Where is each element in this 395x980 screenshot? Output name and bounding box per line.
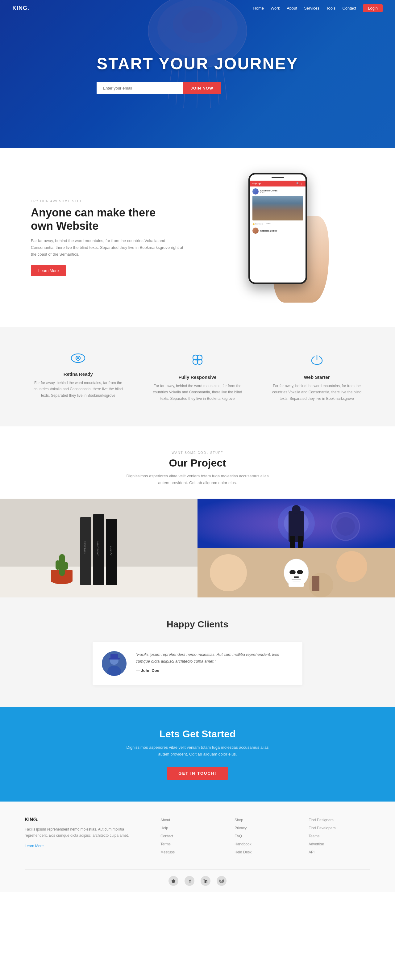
project-section: WANT SOME COOL STUFF Our Project Digniss… bbox=[0, 426, 395, 597]
phone-avatar bbox=[252, 188, 259, 194]
cta-button[interactable]: GET IN TOUCH! bbox=[167, 767, 227, 780]
phone-profile-area: Alexander Jones ● ● ● 👍 Comment bbox=[250, 186, 306, 235]
footer-find-developers-link[interactable]: Find Developers bbox=[309, 826, 335, 830]
linkedin-icon[interactable] bbox=[201, 876, 211, 886]
feature-title: Anyone can make there own Website bbox=[31, 206, 188, 232]
footer-handbook-link[interactable]: Handbook bbox=[235, 842, 252, 846]
svg-rect-28 bbox=[298, 536, 303, 548]
hero-email-input[interactable] bbox=[97, 82, 183, 94]
command-icon bbox=[150, 352, 245, 370]
phone-city-image bbox=[252, 196, 303, 220]
footer-learn-more-link[interactable]: Learn More bbox=[25, 844, 43, 848]
phone-second-profile: Gabriella Becker bbox=[252, 228, 303, 234]
footer-teams-link[interactable]: Teams bbox=[309, 834, 319, 838]
project-title: Our Project bbox=[0, 457, 395, 469]
testimonial-avatar bbox=[102, 651, 127, 676]
feature-text: TRY OUR AWESOME STUFF Anyone can make th… bbox=[31, 199, 188, 276]
svg-point-30 bbox=[336, 517, 355, 536]
feature-starter: Web Starter Far far away, behind the wor… bbox=[263, 346, 370, 408]
svg-point-51 bbox=[221, 880, 222, 882]
phone-screen: MyApp 🔍 ⋮ Alexander Jones ● ● ● bbox=[250, 175, 306, 283]
nav-about[interactable]: About bbox=[287, 6, 297, 11]
footer-col-3: Find Designers Find Developers Teams Adv… bbox=[309, 817, 370, 857]
phone-avatar-2 bbox=[252, 228, 259, 234]
footer-col-3-list: Find Designers Find Developers Teams Adv… bbox=[309, 817, 370, 854]
footer-faq-link[interactable]: FAQ bbox=[235, 834, 242, 838]
twitter-icon[interactable] bbox=[168, 876, 178, 886]
hero-form: JOIN NOW bbox=[97, 82, 298, 94]
cta-title: Lets Get Started bbox=[12, 729, 383, 740]
nav-work[interactable]: Work bbox=[271, 6, 280, 11]
phone-username-2: Gabriella Becker bbox=[260, 230, 277, 232]
footer-col-2-list: Shop Privacy FAQ Handbook Held Desk bbox=[235, 817, 296, 854]
phone-reactions: 👍 Comment Share bbox=[252, 222, 303, 226]
project-right-images bbox=[198, 499, 395, 597]
clients-section: Happy Clients "Facilis ipsum reprehender… bbox=[0, 597, 395, 707]
power-icon bbox=[270, 352, 364, 370]
feature-retina: Retina Ready Far far away, behind the wo… bbox=[25, 346, 132, 408]
footer-contact-link[interactable]: Contact bbox=[160, 834, 173, 838]
feature-tag: TRY OUR AWESOME STUFF bbox=[31, 199, 188, 203]
phone-device: MyApp 🔍 ⋮ Alexander Jones ● ● ● bbox=[248, 173, 307, 284]
cta-section: Lets Get Started Dignissimos asperiores … bbox=[0, 707, 395, 801]
nav-home[interactable]: Home bbox=[253, 6, 264, 11]
facebook-icon[interactable] bbox=[184, 876, 194, 886]
hero-title: START YOUR JOURNEY bbox=[97, 54, 298, 73]
footer-col-1: About Help Contact Terms Meetups bbox=[160, 817, 222, 857]
svg-point-49 bbox=[204, 879, 205, 880]
learn-more-button[interactable]: Learn More bbox=[31, 265, 66, 276]
footer-help-link[interactable]: Help bbox=[160, 826, 168, 830]
footer-terms-link[interactable]: Terms bbox=[160, 842, 171, 846]
testimonial-card: "Facilis ipsum reprehenderit nemo molest… bbox=[93, 642, 302, 685]
svg-text:JQUERY: JQUERY bbox=[109, 546, 112, 556]
cta-description: Dignissimos asperiores vitae velit venia… bbox=[121, 744, 274, 758]
responsive-title: Fully Responsive bbox=[150, 374, 245, 380]
footer-advertise-link[interactable]: Advertise bbox=[309, 842, 324, 846]
footer-about-link[interactable]: About bbox=[160, 818, 170, 822]
svg-rect-41 bbox=[293, 581, 300, 581]
nav-tools[interactable]: Tools bbox=[326, 6, 335, 11]
nav-links: Home Work About Services Tools Contact L… bbox=[253, 4, 383, 12]
nav-login-button[interactable]: Login bbox=[363, 4, 383, 12]
footer: KING. Facilis ipsum reprehenderit nemo m… bbox=[0, 802, 395, 892]
svg-text:JAVASCRIPT: JAVASCRIPT bbox=[96, 541, 99, 556]
svg-point-26 bbox=[292, 505, 301, 514]
footer-privacy-link[interactable]: Privacy bbox=[235, 826, 247, 830]
phone-time: ● ● ● bbox=[260, 192, 278, 194]
responsive-desc: Far far away, behind the word mountains,… bbox=[150, 383, 245, 402]
svg-point-6 bbox=[77, 357, 79, 359]
hero-content: START YOUR JOURNEY JOIN NOW bbox=[97, 54, 298, 94]
footer-find-designers-link[interactable]: Find Designers bbox=[309, 818, 333, 822]
project-tag: WANT SOME COOL STUFF bbox=[0, 451, 395, 455]
nav-services[interactable]: Services bbox=[304, 6, 319, 11]
footer-helddesk-link[interactable]: Held Desk bbox=[235, 850, 252, 854]
project-grid: HTML&CSS JAVASCRIPT JQUERY bbox=[0, 499, 395, 597]
svg-rect-27 bbox=[290, 536, 295, 548]
svg-point-38 bbox=[297, 570, 303, 574]
phone-profile-row: Alexander Jones ● ● ● bbox=[252, 188, 303, 194]
footer-about-text: Facilis ipsum reprehenderit nemo molesti… bbox=[25, 826, 148, 839]
project-image-stormtrooper bbox=[198, 548, 395, 597]
testimonial-quote: "Facilis ipsum reprehenderit nemo molest… bbox=[136, 651, 293, 665]
svg-text:HTML&CSS: HTML&CSS bbox=[83, 541, 86, 555]
testimonial-author: — John Doe bbox=[136, 668, 293, 673]
project-description: Dignissimos asperiores vitae velit venia… bbox=[121, 473, 274, 486]
eye-icon bbox=[31, 352, 125, 367]
svg-point-52 bbox=[222, 879, 223, 880]
retina-desc: Far far away, behind the word mountains,… bbox=[31, 380, 125, 399]
footer-api-link[interactable]: API bbox=[309, 850, 314, 854]
svg-rect-36 bbox=[289, 578, 304, 587]
nav-logo: KING. bbox=[12, 5, 29, 11]
phone-username: Alexander Jones bbox=[260, 189, 278, 192]
footer-logo: KING. bbox=[25, 817, 148, 822]
feature-phone: MyApp 🔍 ⋮ Alexander Jones ● ● ● bbox=[207, 173, 364, 302]
footer-shop-link[interactable]: Shop bbox=[235, 818, 243, 822]
svg-rect-20 bbox=[63, 562, 68, 570]
nav-contact[interactable]: Contact bbox=[342, 6, 356, 11]
feature-section: TRY OUR AWESOME STUFF Anyone can make th… bbox=[0, 148, 395, 327]
footer-top: KING. Facilis ipsum reprehenderit nemo m… bbox=[25, 817, 370, 857]
footer-meetups-link[interactable]: Meetups bbox=[160, 850, 174, 854]
svg-rect-39 bbox=[294, 576, 299, 578]
instagram-icon[interactable] bbox=[217, 876, 227, 886]
hero-join-button[interactable]: JOIN NOW bbox=[183, 82, 221, 94]
